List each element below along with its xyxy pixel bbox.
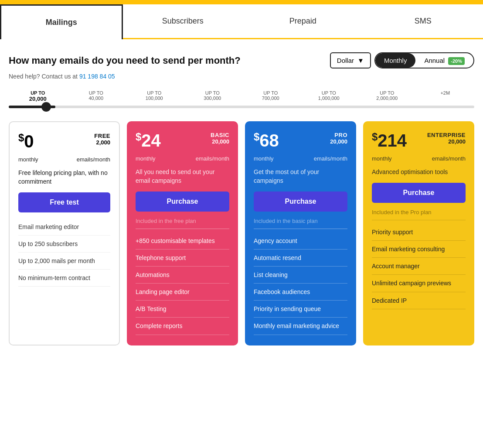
- included-label-pro: Included in the basic plan: [254, 218, 347, 224]
- contact-text: Need help? Contact us at 91 198 84 05: [9, 73, 474, 80]
- features-free: Email marketing editor Up to 250 subscri…: [18, 219, 110, 334]
- list-item: Automatic resend: [254, 250, 347, 267]
- list-item: Automations: [136, 267, 229, 284]
- plan-billing-enterprise: monthly: [372, 155, 392, 162]
- slider-track[interactable]: [9, 106, 474, 108]
- list-item: +850 customisable templates: [136, 233, 229, 250]
- list-item: Email marketing editor: [18, 219, 110, 236]
- tab-mailings[interactable]: Mailings: [0, 4, 123, 39]
- list-item: Facebook audiences: [254, 284, 347, 301]
- slider-label-0: UP TO 20,000: [9, 90, 67, 102]
- billing-toggle: Monthly Annual -20%: [374, 52, 474, 68]
- plan-price-row-basic: monthly emails/month: [136, 155, 229, 162]
- slider-label-5: UP TO 1,000,000: [300, 90, 358, 102]
- plan-description-free: Free lifelong pricing plan, with no comm…: [18, 169, 110, 186]
- slider-labels: UP TO 20,000 UP TO 40,000 UP TO 100,000 …: [9, 90, 474, 102]
- list-item: Unlimited campaign previews: [372, 275, 466, 292]
- tab-sms[interactable]: SMS: [363, 4, 483, 38]
- list-item: Monthly email marketing advice: [254, 318, 347, 335]
- slider-label-7: +2M: [416, 90, 475, 102]
- chevron-down-icon: ▼: [357, 57, 364, 64]
- currency-dropdown[interactable]: Dollar ▼: [330, 52, 371, 68]
- plan-emails-pro: 20,000: [330, 138, 347, 145]
- monthly-button[interactable]: Monthly: [375, 53, 416, 68]
- plan-card-basic: $24 BASIC 20,000 monthly emails/month Al…: [127, 121, 238, 345]
- feature-list-basic: +850 customisable templates Telephone su…: [136, 233, 229, 335]
- plan-description-pro: Get the most out of your campaigns: [254, 168, 347, 185]
- plan-header-basic: $24 BASIC 20,000: [136, 132, 229, 149]
- features-basic: Included in the free plan +850 customisa…: [136, 218, 229, 335]
- plan-header-pro: $68 PRO 20,000: [254, 132, 347, 149]
- features-pro: Included in the basic plan Agency accoun…: [254, 218, 347, 335]
- tab-prepaid[interactable]: Prepaid: [243, 4, 363, 38]
- plan-billing-pro: monthly: [254, 155, 274, 162]
- list-item: Email marketing consulting: [372, 241, 466, 258]
- list-item: Account manager: [372, 258, 466, 275]
- features-enterprise: Included in the Pro plan Priority suppor…: [372, 209, 466, 335]
- list-item: Priority in sending queue: [254, 301, 347, 318]
- plan-emails-label-pro: emails/month: [314, 155, 347, 162]
- slider-label-2: UP TO 100,000: [125, 90, 184, 102]
- plan-name-basic: BASIC: [211, 132, 229, 138]
- plan-description-enterprise: Advanced optimisation tools: [372, 168, 466, 177]
- plan-price-free: $0: [18, 133, 34, 150]
- plan-card-pro: $68 PRO 20,000 monthly emails/month Get …: [245, 121, 356, 345]
- plan-name-enterprise: ENTERPRISE: [427, 132, 466, 138]
- list-item: Agency account: [254, 233, 347, 250]
- plan-price-enterprise: $214: [372, 132, 407, 149]
- list-item: Dedicated IP: [372, 292, 466, 309]
- plan-emails-enterprise: 20,000: [427, 138, 466, 145]
- purchase-button-basic[interactable]: Purchase: [136, 192, 229, 212]
- slider-thumb[interactable]: [41, 102, 51, 112]
- plan-name-free: FREE: [94, 133, 110, 139]
- plan-price-row-enterprise: monthly emails/month: [372, 155, 466, 162]
- main-content: How many emails do you need to send per …: [0, 39, 483, 363]
- plan-billing-basic: monthly: [136, 155, 156, 162]
- top-bar: [0, 0, 483, 4]
- free-test-button[interactable]: Free test: [18, 192, 110, 212]
- slider-label-6: UP TO 2,000,000: [358, 90, 416, 102]
- plan-card-free: $0 FREE 2,000 monthly emails/month Free …: [9, 121, 120, 345]
- plan-header-enterprise: $214 ENTERPRISE 20,000: [372, 132, 466, 149]
- feature-list-free: Email marketing editor Up to 250 subscri…: [18, 219, 110, 287]
- feature-list-enterprise: Priority support Email marketing consult…: [372, 224, 466, 309]
- slider-section: UP TO 20,000 UP TO 40,000 UP TO 100,000 …: [9, 90, 474, 108]
- annual-button[interactable]: Annual -20%: [415, 53, 473, 68]
- plan-name-block-pro: PRO 20,000: [330, 132, 347, 145]
- list-item: Up to 2,000 mails per month: [18, 253, 110, 270]
- page-title: How many emails do you need to send per …: [9, 55, 241, 66]
- header-row: How many emails do you need to send per …: [9, 52, 474, 68]
- controls-row: Dollar ▼ Monthly Annual -20%: [330, 52, 474, 68]
- plan-emails-label-enterprise: emails/month: [432, 155, 466, 162]
- slider-label-1: UP TO 40,000: [67, 90, 126, 102]
- list-item: Up to 250 subscribers: [18, 236, 110, 253]
- plan-name-block-free: FREE 2,000: [94, 133, 110, 146]
- plan-emails-label-free: emails/month: [77, 156, 110, 163]
- included-label-basic: Included in the free plan: [136, 218, 229, 224]
- list-item: Priority support: [372, 224, 466, 241]
- purchase-button-pro[interactable]: Purchase: [254, 192, 347, 212]
- plans-grid: $0 FREE 2,000 monthly emails/month Free …: [9, 121, 474, 345]
- discount-badge: -20%: [448, 57, 465, 65]
- plan-emails-free: 2,000: [94, 139, 110, 146]
- feature-list-pro: Agency account Automatic resend List cle…: [254, 233, 347, 335]
- plan-price-row-free: monthly emails/month: [18, 156, 110, 163]
- plan-price-pro: $68: [254, 132, 279, 149]
- plan-name-pro: PRO: [330, 132, 347, 138]
- contact-phone[interactable]: 91 198 84 05: [79, 73, 115, 80]
- tab-subscribers[interactable]: Subscribers: [123, 4, 243, 38]
- list-item: Complete reports: [136, 318, 229, 335]
- slider-label-4: UP TO 700,000: [242, 90, 300, 102]
- purchase-button-enterprise[interactable]: Purchase: [372, 183, 466, 203]
- list-item: Telephone support: [136, 250, 229, 267]
- tabs-container: Mailings Subscribers Prepaid SMS: [0, 4, 483, 39]
- list-item: List cleaning: [254, 267, 347, 284]
- list-item: Landing page editor: [136, 284, 229, 301]
- plan-price-row-pro: monthly emails/month: [254, 155, 347, 162]
- plan-card-enterprise: $214 ENTERPRISE 20,000 monthly emails/mo…: [363, 121, 474, 345]
- plan-emails-label-basic: emails/month: [196, 155, 229, 162]
- plan-header-free: $0 FREE 2,000: [18, 133, 110, 150]
- plan-price-basic: $24: [136, 132, 161, 149]
- plan-name-block-enterprise: ENTERPRISE 20,000: [427, 132, 466, 145]
- plan-name-block-basic: BASIC 20,000: [211, 132, 229, 145]
